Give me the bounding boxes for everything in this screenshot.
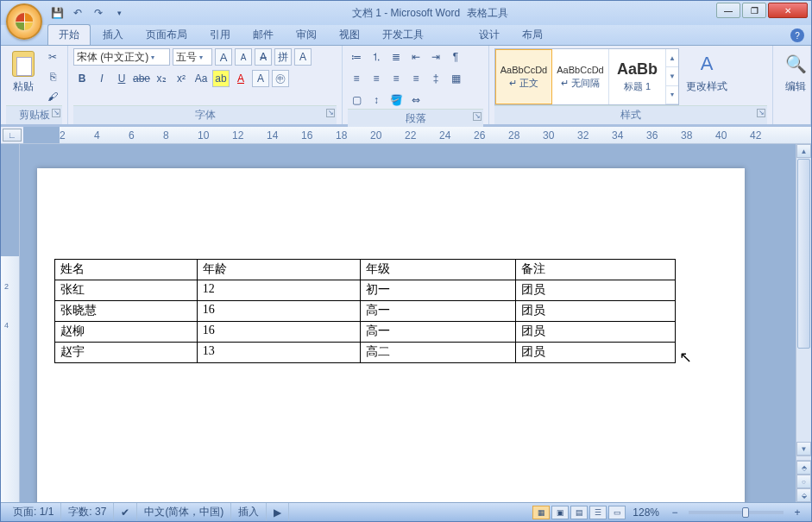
align-center-icon[interactable]: ≡ — [368, 70, 385, 87]
tab-design[interactable]: 设计 — [469, 25, 510, 45]
grow-font-icon[interactable]: A — [215, 48, 232, 66]
font-color-button[interactable]: A — [232, 70, 249, 87]
tab-developer[interactable]: 开发工具 — [372, 25, 434, 45]
maximize-button[interactable]: ❐ — [742, 3, 766, 18]
table-cell[interactable]: 团员 — [516, 343, 676, 363]
superscript-button[interactable]: x² — [173, 70, 190, 87]
underline-button[interactable]: U — [113, 70, 130, 87]
shrink-font-icon[interactable]: A — [235, 48, 252, 66]
help-button[interactable]: ? — [790, 28, 804, 42]
border-icon[interactable]: ▢ — [348, 91, 365, 109]
prev-page-icon[interactable]: ⬘ — [796, 461, 811, 475]
zoom-slider[interactable] — [689, 511, 784, 514]
table-header-cell[interactable]: 年龄 — [197, 260, 361, 280]
clear-format-icon[interactable]: A̶ — [255, 48, 272, 66]
subscript-button[interactable]: x₂ — [153, 70, 170, 87]
align-right-icon[interactable]: ≡ — [387, 70, 405, 87]
copy-icon[interactable]: ⎘ — [44, 68, 61, 85]
editing-button[interactable]: 🔍编辑 — [778, 48, 812, 96]
status-language[interactable]: 中文(简体，中国) — [137, 503, 231, 521]
close-button[interactable]: ✕ — [768, 3, 808, 18]
table-row[interactable]: 张红12初一团员 — [55, 280, 676, 301]
horizontal-ruler[interactable]: 24681012141618202224262830323436384042 — [23, 127, 811, 143]
styles-launcher[interactable]: ↘ — [757, 109, 765, 117]
qat-dropdown-icon[interactable]: ▾ — [111, 5, 127, 21]
phonetic-icon[interactable]: 拼 — [274, 48, 292, 66]
table-cell[interactable]: 高一 — [361, 322, 516, 343]
paste-button[interactable]: 粘贴 — [6, 48, 41, 96]
change-case-button[interactable]: Aa — [192, 70, 210, 87]
font-launcher[interactable]: ↘ — [326, 109, 335, 117]
distribute-icon[interactable]: ⇔ — [407, 91, 425, 109]
font-size-select[interactable]: 五号 — [173, 48, 212, 66]
indent-inc-icon[interactable]: ⇥ — [427, 48, 444, 66]
zoom-level[interactable]: 128% — [633, 506, 659, 519]
scroll-down-icon[interactable]: ▼ — [796, 442, 811, 456]
table-row[interactable]: 赵宇13高二团员 — [55, 343, 676, 363]
table-cell[interactable]: 高一 — [361, 301, 516, 322]
table-cell[interactable]: 团员 — [516, 280, 676, 301]
status-macro[interactable]: ▶ — [267, 503, 289, 521]
table-cell[interactable]: 16 — [197, 322, 361, 343]
style-heading1[interactable]: AaBb标题 1 — [609, 49, 666, 104]
view-outline[interactable]: ☰ — [589, 506, 607, 519]
fill-icon[interactable]: 🪣 — [387, 91, 405, 109]
vertical-scrollbar[interactable]: ▲ ▼ ⬘ ○ ⬙ — [796, 144, 811, 502]
font-name-select[interactable]: 宋体 (中文正文) — [73, 48, 170, 66]
sort-icon[interactable]: ↕ — [368, 91, 385, 109]
tab-mailings[interactable]: 邮件 — [242, 25, 284, 45]
table-header-cell[interactable]: 备注 — [516, 260, 676, 280]
zoom-out-icon[interactable]: − — [666, 504, 683, 521]
shading-icon[interactable]: ▦ — [447, 70, 464, 87]
tab-references[interactable]: 引用 — [199, 25, 241, 45]
paragraph-launcher[interactable]: ↘ — [473, 112, 482, 121]
minimize-button[interactable]: — — [716, 3, 740, 18]
table-cell[interactable]: 张红 — [55, 280, 198, 301]
table-cell[interactable]: 团员 — [516, 301, 676, 322]
showmarks-icon[interactable]: ¶ — [447, 48, 464, 66]
tab-insert[interactable]: 插入 — [92, 25, 134, 45]
redo-icon[interactable]: ↷ — [91, 5, 106, 21]
tab-page-layout[interactable]: 页面布局 — [135, 25, 198, 45]
table-row[interactable]: 赵柳16高一团员 — [55, 322, 676, 343]
line-spacing-icon[interactable]: ‡ — [427, 70, 444, 87]
tab-layout[interactable]: 布局 — [512, 25, 553, 45]
char-border-icon[interactable]: A — [294, 48, 312, 66]
change-styles-button[interactable]: A 更改样式 — [683, 48, 731, 96]
table-cell[interactable]: 高二 — [361, 343, 516, 363]
table-cell[interactable]: 张晓慧 — [55, 301, 198, 322]
table-cell[interactable]: 赵柳 — [55, 322, 198, 343]
table-cell[interactable]: 12 — [197, 280, 361, 301]
table-cell[interactable]: 团员 — [516, 322, 676, 343]
table-header-cell[interactable]: 年级 — [361, 260, 516, 280]
style-nospacing[interactable]: AaBbCcDd↵ 无间隔 — [552, 49, 609, 104]
view-draft[interactable]: ▭ — [608, 506, 626, 519]
table-cell[interactable]: 13 — [197, 343, 361, 363]
styles-down-icon[interactable]: ▼ — [666, 67, 678, 85]
multilevel-icon[interactable]: ≣ — [387, 48, 405, 66]
bullets-icon[interactable]: ≔ — [348, 48, 365, 66]
save-icon[interactable]: 💾 — [49, 5, 65, 21]
styles-more-icon[interactable]: ▾ — [666, 86, 678, 104]
status-proof[interactable]: ✔ — [114, 503, 137, 521]
view-fullscreen[interactable]: ▣ — [551, 506, 569, 519]
view-print-layout[interactable]: ▦ — [532, 506, 550, 519]
char-shading-button[interactable]: A — [252, 70, 269, 87]
office-button[interactable] — [6, 3, 42, 40]
status-page[interactable]: 页面: 1/1 — [6, 503, 61, 521]
browse-object-icon[interactable]: ○ — [796, 475, 811, 488]
table-cell[interactable]: 16 — [197, 301, 361, 322]
view-web[interactable]: ▤ — [570, 506, 588, 519]
status-words[interactable]: 字数: 37 — [61, 503, 114, 521]
next-page-icon[interactable]: ⬙ — [796, 488, 811, 502]
zoom-in-icon[interactable]: + — [789, 504, 806, 521]
vertical-ruler[interactable]: 24 — [1, 144, 20, 502]
numbering-icon[interactable]: ⒈ — [368, 48, 385, 66]
document-table[interactable]: 姓名年龄年级备注张红12初一团员张晓慧16高一团员赵柳16高一团员赵宇13高二团… — [54, 259, 676, 363]
strike-button[interactable]: abe — [133, 70, 150, 87]
styles-up-icon[interactable]: ▲ — [666, 49, 678, 67]
style-normal[interactable]: AaBbCcDd↵ 正文 — [495, 49, 552, 104]
table-cell[interactable]: 赵宇 — [55, 343, 198, 363]
tab-selector[interactable]: ∟ — [3, 129, 22, 142]
indent-dec-icon[interactable]: ⇤ — [407, 48, 425, 66]
